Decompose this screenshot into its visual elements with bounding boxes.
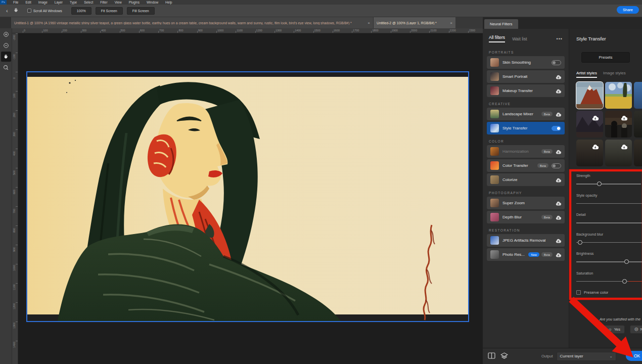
cloud-download-icon[interactable] xyxy=(556,213,561,222)
filter-row-style-transfer-selected[interactable]: Style Transfer xyxy=(487,122,565,134)
menu-window[interactable]: Window xyxy=(143,0,162,4)
filter-row-super-zoom[interactable]: Super Zoom xyxy=(487,197,565,209)
cloud-download-icon[interactable] xyxy=(592,114,599,123)
document-image-style-transfer-preview[interactable] xyxy=(26,71,469,322)
feedback-no-button[interactable]: ☹ No xyxy=(630,325,642,334)
slider-track[interactable] xyxy=(576,240,641,245)
new-badge: New xyxy=(528,252,539,257)
filter-row-photo-restoration[interactable]: Photo Res... New Beta xyxy=(487,248,565,261)
checkbox-box[interactable] xyxy=(27,9,31,13)
filter-row-skin-smoothing[interactable]: Skin Smoothing xyxy=(487,56,565,69)
filter-row-color-transfer[interactable]: Color Transfer Beta xyxy=(487,159,565,172)
style-thumb-cut-right-2[interactable] xyxy=(634,111,642,138)
menu-view[interactable]: View xyxy=(111,0,125,4)
filter-row-smart-portrait[interactable]: Smart Portrait xyxy=(487,70,565,83)
feedback-yes-button[interactable]: ☺ Yes xyxy=(604,325,625,334)
filter-row-makeup-transfer[interactable]: Makeup Transfer xyxy=(487,84,565,97)
feedback-yes-label: Yes xyxy=(614,327,620,332)
hand-tool[interactable] xyxy=(1,52,11,62)
filter-row-depth-blur[interactable]: Depth Blur Beta xyxy=(487,211,565,223)
tab-image-styles[interactable]: Image styles xyxy=(603,71,626,78)
checkbox-box[interactable] xyxy=(576,290,581,295)
menu-image[interactable]: Image xyxy=(35,0,51,4)
preserve-color-checkbox[interactable]: Preserve color xyxy=(576,290,642,295)
style-thumb-munch-figures[interactable] xyxy=(605,111,632,138)
tab-artist-styles[interactable]: Artist styles xyxy=(576,71,597,78)
cloud-download-icon[interactable] xyxy=(556,175,561,185)
tab-wait-list[interactable]: Wait list xyxy=(512,36,527,41)
options-toolbar: ‹ Scroll All Windows 100% Fit Screen Fil… xyxy=(0,5,642,17)
slider-track[interactable] xyxy=(576,220,641,225)
filter-row-landscape-mixer[interactable]: Landscape Mixer Beta xyxy=(487,108,565,120)
cloud-download-icon[interactable] xyxy=(592,143,599,152)
slider-track[interactable] xyxy=(576,279,641,284)
filter-row-harmonization[interactable]: Harmonization Beta xyxy=(487,145,565,158)
share-button[interactable]: Share xyxy=(617,6,639,14)
menu-plugins[interactable]: Plugins xyxy=(125,0,143,4)
section-portraits: PORTRAITS xyxy=(489,51,563,54)
slider-knob[interactable] xyxy=(597,181,602,186)
style-thumb-cut-right[interactable] xyxy=(634,82,642,109)
cloud-download-icon[interactable] xyxy=(556,72,561,81)
cloud-download-icon[interactable] xyxy=(556,199,561,208)
back-arrow-icon[interactable]: ‹ xyxy=(6,8,8,14)
saturation-slider: Saturation xyxy=(576,271,642,284)
menu-filter[interactable]: Filter xyxy=(97,0,111,4)
slider-knob[interactable] xyxy=(622,279,627,284)
filter-toggle-off[interactable] xyxy=(552,60,561,65)
neural-filters-footer: Output Current layer ⌄ OK xyxy=(483,348,642,364)
filter-toggle-off[interactable] xyxy=(552,163,561,168)
slider-track[interactable] xyxy=(576,181,641,186)
cloud-download-icon[interactable] xyxy=(556,110,561,119)
presets-button[interactable]: Presets xyxy=(581,52,630,63)
cloud-download-icon[interactable] xyxy=(556,250,561,259)
style-thumb-wheat-field[interactable] xyxy=(605,82,632,109)
cloud-download-icon[interactable] xyxy=(556,147,561,156)
ok-button[interactable]: OK xyxy=(626,351,642,361)
slider-label: Detail xyxy=(576,212,642,217)
menu-help[interactable]: Help xyxy=(162,0,175,4)
style-thumb-pastoral-figure[interactable] xyxy=(576,140,603,166)
layers-icon[interactable] xyxy=(500,352,508,361)
zoom-tool[interactable] xyxy=(1,63,11,73)
zoom-out-tool[interactable] xyxy=(1,40,11,51)
slider-knob[interactable] xyxy=(578,240,582,245)
slider-knob[interactable] xyxy=(624,259,629,264)
style-thumb-cut-right-3[interactable] xyxy=(634,140,642,166)
filter-row-colorize[interactable]: Colorize xyxy=(487,173,565,186)
menu-layer[interactable]: Layer xyxy=(51,0,66,4)
scroll-all-windows-checkbox[interactable]: Scroll All Windows xyxy=(27,9,62,13)
menu-type[interactable]: Type xyxy=(66,0,80,4)
filter-list-panel: All filters Wait list ••• PORTRAITS Skin… xyxy=(483,29,569,348)
detail-panel-title: Style Transfer xyxy=(569,29,642,41)
style-thumb-purple-mountains[interactable] xyxy=(576,111,603,138)
neural-filters-panel-tab[interactable]: Neural Filters xyxy=(484,19,518,29)
cloud-download-icon[interactable] xyxy=(556,86,561,96)
close-tab-icon[interactable]: × xyxy=(450,21,452,25)
zoom-in-tool[interactable] xyxy=(1,29,11,39)
style-thumb-red-fuji-selected[interactable] xyxy=(576,82,603,109)
menu-edit[interactable]: Edit xyxy=(22,0,34,4)
close-tab-icon[interactable]: × xyxy=(368,21,370,25)
style-thumb-white-horse[interactable] xyxy=(605,140,632,166)
cloud-download-icon[interactable] xyxy=(621,114,627,123)
slider-track[interactable] xyxy=(576,201,641,206)
document-tab-untitled-2[interactable]: Untitled-2 @ 100% (Layer 1, RGB/8#) * × xyxy=(374,17,455,28)
cloud-download-icon[interactable] xyxy=(556,236,561,245)
preview-split-view-icon[interactable] xyxy=(488,352,495,361)
tab-all-filters[interactable]: All filters xyxy=(489,35,505,42)
fit-screen-button[interactable]: Fit Screen xyxy=(96,7,123,15)
output-dropdown[interactable]: Current layer ⌄ xyxy=(557,352,616,361)
filter-label: Photo Res... xyxy=(502,252,526,257)
filter-toggle-on[interactable] xyxy=(552,126,561,131)
slider-track[interactable] xyxy=(576,259,641,264)
panel-overflow-menu-icon[interactable]: ••• xyxy=(557,36,563,41)
fill-screen-button[interactable]: Fill Screen xyxy=(127,7,155,15)
document-tab-untitled-1[interactable]: Untitled-1 @ 100% (A 1960 vintage metall… xyxy=(11,17,374,28)
filter-row-jpeg-artifacts-removal[interactable]: JPEG Artifacts Removal xyxy=(487,234,565,247)
filter-thumbnail xyxy=(490,250,499,259)
zoom-100-button[interactable]: 100% xyxy=(71,7,91,15)
cloud-download-icon[interactable] xyxy=(621,143,627,152)
menu-file[interactable]: File xyxy=(10,0,22,4)
menu-select[interactable]: Select xyxy=(80,0,97,4)
